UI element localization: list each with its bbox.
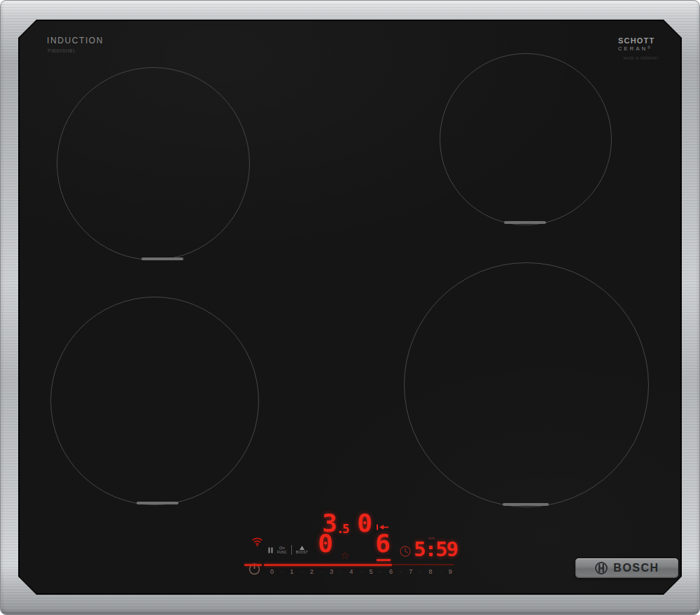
boost-label: BOOST <box>296 551 308 555</box>
slider-level-4[interactable]: 4 <box>349 568 353 575</box>
wifi-icon <box>251 537 263 546</box>
pan-position-mark <box>141 257 183 260</box>
slider-dot: · <box>380 569 382 575</box>
induction-cooktop: INDUCTION PIB60SHB1 SCHOTT CERAN® MADE I… <box>0 0 700 615</box>
timer-clock-icon[interactable] <box>399 545 412 558</box>
cooking-zone-front-right <box>404 262 649 507</box>
slider-level-3[interactable]: 3 <box>330 568 333 575</box>
induction-label: INDUCTION <box>47 36 104 45</box>
model-number: PIB60SHB1 <box>48 48 76 53</box>
slider-dot: · <box>400 569 402 575</box>
cooking-zone-front-left <box>50 297 259 505</box>
zone-display-rear-right[interactable]: 0 <box>357 513 372 534</box>
slider-line-active <box>264 564 392 566</box>
pan-position-mark <box>503 503 549 506</box>
schott-ceran-logo: SCHOTT CERAN® MADE IN GERMANY <box>618 36 667 60</box>
schott-logo-line1: SCHOTT <box>618 36 667 45</box>
zone-display-front-right[interactable]: 6 <box>375 533 390 554</box>
slider-dot: · <box>321 569 323 575</box>
slider-level-1[interactable]: 1 <box>290 568 293 575</box>
pan-position-mark <box>136 502 178 504</box>
cooking-zone-rear-left <box>57 67 250 260</box>
slider-dot: · <box>420 569 422 575</box>
pan-position-mark <box>504 221 546 224</box>
slider-dot: · <box>360 569 363 575</box>
schott-logo-line2: CERAN® <box>618 45 667 52</box>
bosch-badge: BOSCH <box>575 558 678 578</box>
bosch-armature-icon <box>594 561 608 575</box>
on-label: On <box>279 546 285 550</box>
slider-level-2[interactable]: 2 <box>310 568 314 575</box>
selected-zone-underline <box>377 559 391 561</box>
favorite-icon[interactable]: ☆ <box>340 549 349 562</box>
pause-icon <box>268 547 273 553</box>
registered-mark: ® <box>648 45 650 50</box>
ceramic-glass-surface: INDUCTION PIB60SHB1 SCHOTT CERAN® MADE I… <box>20 21 680 593</box>
slider-level-9[interactable]: 9 <box>449 568 452 575</box>
boost-key[interactable]: BOOST <box>296 546 308 554</box>
slider-level-6[interactable]: 6 <box>389 568 393 575</box>
slider-line-inactive <box>392 564 454 565</box>
schott-logo-subtext: MADE IN GERMANY <box>618 57 659 60</box>
bosch-wordmark: BOSCH <box>613 562 659 574</box>
zone-display-front-left[interactable]: 0 <box>318 533 332 554</box>
boost-icon <box>300 546 304 550</box>
timer-display[interactable]: 5:59 <box>414 539 457 560</box>
slider-dot: · <box>281 569 283 575</box>
divider <box>291 545 292 555</box>
func-key[interactable]: On FUNC <box>277 546 287 554</box>
half-step: .5 <box>337 522 348 536</box>
cooking-zone-rear-right <box>440 53 612 225</box>
power-level-slider[interactable]: 0 · 1 · 2 · 3 · 4 · 5 · 6 · 7 · 8 · 9 <box>270 568 452 575</box>
slider-dot: · <box>440 569 442 575</box>
slider-level-0[interactable]: 0 <box>270 568 274 575</box>
slider-level-7[interactable]: 7 <box>409 568 412 575</box>
slider-level-8[interactable]: 8 <box>429 568 433 575</box>
slider-line-segment <box>244 564 262 566</box>
slider-dot: · <box>340 569 342 575</box>
slider-dot: · <box>301 569 303 575</box>
pan-transfer-icon <box>376 524 390 530</box>
func-label: FUNC <box>277 551 287 555</box>
slider-level-5[interactable]: 5 <box>370 568 373 575</box>
function-key-cluster[interactable]: On FUNC BOOST <box>268 545 308 555</box>
